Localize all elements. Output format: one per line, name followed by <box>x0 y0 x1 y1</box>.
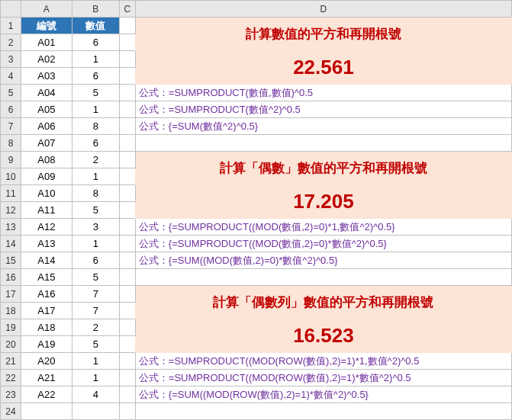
row-header[interactable]: 6 <box>1 101 21 118</box>
spreadsheet-grid[interactable]: A B C D 1 編號 數值 計算數值的平方和再開根號 2 A01 6 3 A… <box>0 0 512 420</box>
cell[interactable]: A20 <box>21 353 72 370</box>
cell[interactable]: A05 <box>21 101 72 118</box>
row-header[interactable]: 18 <box>1 303 21 319</box>
formula-cell[interactable]: 公式：=SUMPRODUCT(數值,數值)^0.5 <box>135 85 511 101</box>
cell[interactable] <box>120 51 136 68</box>
row-header[interactable]: 10 <box>1 168 21 185</box>
cell[interactable]: A14 <box>21 252 72 269</box>
cell[interactable]: 7 <box>72 303 119 319</box>
row-header[interactable]: 16 <box>1 269 21 286</box>
row-header[interactable]: 22 <box>1 370 21 386</box>
row-header[interactable]: 21 <box>1 353 21 370</box>
cell[interactable] <box>120 202 136 219</box>
formula-cell[interactable]: 公式：{=SUM((MOD(ROW(數值),2)=1)*數值^2)^0.5} <box>135 386 511 403</box>
cell[interactable] <box>120 370 136 386</box>
cell[interactable]: A08 <box>21 152 72 168</box>
cell[interactable]: 4 <box>72 386 119 403</box>
row-header[interactable]: 9 <box>1 152 21 168</box>
formula-cell[interactable]: 公式：{=SUM((MOD(數值,2)=0)*數值^2)^0.5} <box>135 252 511 269</box>
formula-cell[interactable]: 公式：{=SUMPRODUCT((MOD(數值,2)=0)*1,數值^2)^0.… <box>135 219 511 236</box>
cell[interactable]: 7 <box>72 286 119 303</box>
formula-cell[interactable]: 公式：{=SUMPRODUCT((MOD(數值,2)=0)*數值^2)^0.5} <box>135 236 511 252</box>
cell[interactable] <box>72 403 119 420</box>
cell[interactable]: A16 <box>21 286 72 303</box>
cell[interactable] <box>120 403 136 420</box>
cell[interactable]: 6 <box>72 135 119 152</box>
cell[interactable] <box>135 269 511 286</box>
corner-cell[interactable] <box>1 1 21 18</box>
cell[interactable] <box>120 303 136 319</box>
cell[interactable] <box>120 152 136 168</box>
cell[interactable] <box>120 135 136 152</box>
cell[interactable]: A07 <box>21 135 72 152</box>
cell[interactable]: 1 <box>72 236 119 252</box>
cell[interactable]: 6 <box>72 252 119 269</box>
cell[interactable] <box>120 101 136 118</box>
formula-cell[interactable]: 公式：{=SUM(數值^2)^0.5} <box>135 118 511 135</box>
cell[interactable]: A04 <box>21 85 72 101</box>
cell[interactable]: 3 <box>72 219 119 236</box>
row-header[interactable]: 14 <box>1 236 21 252</box>
formula-cell[interactable]: 公式：=SUMPRODUCT(數值^2)^0.5 <box>135 101 511 118</box>
cell[interactable]: 1 <box>72 168 119 185</box>
cell[interactable]: A13 <box>21 236 72 252</box>
cell[interactable] <box>120 319 136 336</box>
cell[interactable] <box>120 118 136 135</box>
row-header[interactable]: 24 <box>1 403 21 420</box>
cell[interactable] <box>120 18 136 34</box>
cell[interactable]: A15 <box>21 269 72 286</box>
cell[interactable]: A17 <box>21 303 72 319</box>
cell[interactable]: A19 <box>21 336 72 353</box>
cell[interactable] <box>120 353 136 370</box>
row-header[interactable]: 3 <box>1 51 21 68</box>
row-header[interactable]: 1 <box>1 18 21 34</box>
cell[interactable]: A12 <box>21 219 72 236</box>
section3-result[interactable]: 16.523 <box>135 319 511 353</box>
cell[interactable] <box>120 68 136 85</box>
formula-cell[interactable]: 公式：=SUMPRODUCT((MOD(ROW(數值),2)=1)*1,數值^2… <box>135 353 511 370</box>
cell[interactable]: A02 <box>21 51 72 68</box>
cell[interactable]: A01 <box>21 34 72 51</box>
cell[interactable]: 5 <box>72 336 119 353</box>
cell[interactable] <box>120 34 136 51</box>
cell[interactable] <box>120 286 136 303</box>
cell[interactable]: 6 <box>72 68 119 85</box>
cell[interactable]: 5 <box>72 269 119 286</box>
cell[interactable] <box>120 185 136 202</box>
cell[interactable] <box>135 135 511 152</box>
cell[interactable]: 8 <box>72 185 119 202</box>
col-header-c[interactable]: C <box>120 1 136 18</box>
cell[interactable]: A22 <box>21 386 72 403</box>
cell[interactable]: A11 <box>21 202 72 219</box>
section2-title[interactable]: 計算「偶數」數值的平方和再開根號 <box>135 152 511 185</box>
cell[interactable]: 5 <box>72 202 119 219</box>
col-header-d[interactable]: D <box>135 1 511 18</box>
cell[interactable]: 1 <box>72 370 119 386</box>
section2-result[interactable]: 17.205 <box>135 185 511 219</box>
formula-cell[interactable]: 公式：=SUMPRODUCT((MOD(ROW(數值),2)=1)*數值^2)^… <box>135 370 511 386</box>
cell[interactable]: A10 <box>21 185 72 202</box>
section3-title[interactable]: 計算「偶數列」數值的平方和再開根號 <box>135 286 511 319</box>
cell[interactable]: 1 <box>72 51 119 68</box>
row-header[interactable]: 13 <box>1 219 21 236</box>
cell[interactable]: 2 <box>72 152 119 168</box>
row-header[interactable]: 11 <box>1 185 21 202</box>
cell[interactable] <box>135 403 511 420</box>
cell[interactable]: 5 <box>72 85 119 101</box>
row-header[interactable]: 17 <box>1 286 21 303</box>
cell[interactable] <box>120 252 136 269</box>
cell[interactable]: A09 <box>21 168 72 185</box>
table-header-id[interactable]: 編號 <box>21 18 72 34</box>
cell[interactable] <box>21 403 72 420</box>
cell[interactable]: 6 <box>72 34 119 51</box>
cell[interactable]: 2 <box>72 319 119 336</box>
cell[interactable]: 8 <box>72 118 119 135</box>
cell[interactable] <box>120 386 136 403</box>
cell[interactable]: A03 <box>21 68 72 85</box>
row-header[interactable]: 2 <box>1 34 21 51</box>
cell[interactable]: A18 <box>21 319 72 336</box>
row-header[interactable]: 12 <box>1 202 21 219</box>
cell[interactable] <box>120 85 136 101</box>
row-header[interactable]: 20 <box>1 336 21 353</box>
row-header[interactable]: 5 <box>1 85 21 101</box>
